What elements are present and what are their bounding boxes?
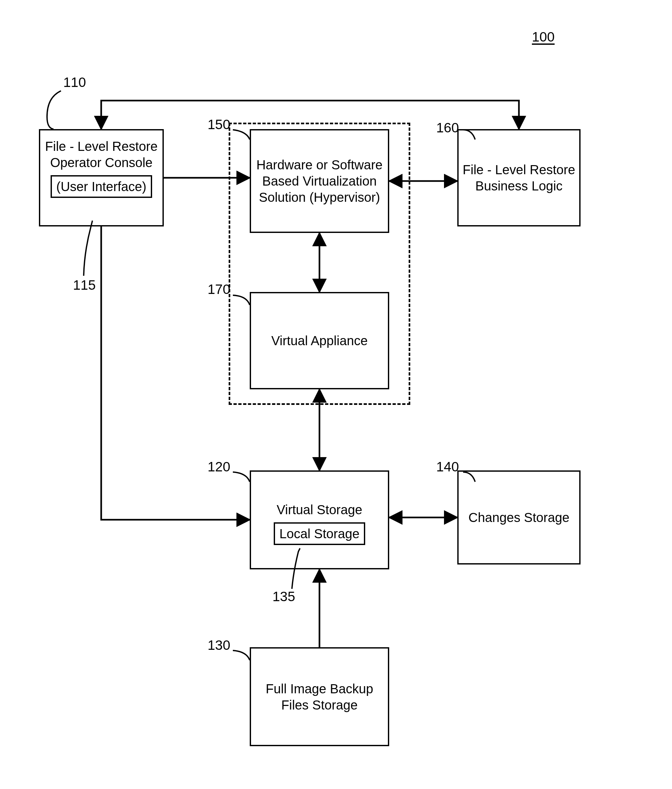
ref-label-135: 135: [273, 589, 295, 604]
box-virtual-appliance: Virtual Appliance: [250, 292, 389, 389]
diagram-stage: 100 File - Level Restore Operator Consol…: [0, 0, 672, 789]
box-backup-storage: Full Image Backup Files Storage: [250, 647, 389, 746]
ref-label-130: 130: [208, 637, 230, 653]
ref-label-160: 160: [436, 120, 459, 136]
box-business-logic-title: File - Level Restore Business Logic: [461, 161, 577, 194]
box-operator-console-title: File - Level Restore Operator Console: [43, 138, 160, 171]
box-local-storage-label: Local Storage: [279, 527, 360, 541]
box-hypervisor-title: Hardware or Software Based Virtualizatio…: [254, 157, 385, 205]
leader-110: [47, 91, 61, 129]
connector-console-virtualstorage: [101, 227, 250, 520]
box-virtual-storage: Virtual Storage Local Storage: [250, 470, 389, 569]
leader-130: [233, 650, 250, 660]
box-user-interface-label: (User Interface): [56, 179, 147, 194]
box-virtual-storage-title: Virtual Storage: [277, 502, 362, 518]
box-changes-storage: Changes Storage: [457, 470, 581, 564]
ref-label-150: 150: [208, 117, 230, 133]
box-operator-console: File - Level Restore Operator Console (U…: [39, 129, 164, 227]
figure-number: 100: [532, 29, 555, 45]
box-backup-storage-title: Full Image Backup Files Storage: [254, 680, 385, 713]
ref-label-120: 120: [208, 459, 230, 474]
ref-label-110: 110: [63, 75, 86, 90]
ref-label-170: 170: [208, 282, 230, 297]
box-hypervisor: Hardware or Software Based Virtualizatio…: [250, 129, 389, 233]
box-changes-storage-title: Changes Storage: [468, 509, 569, 525]
ref-label-115: 115: [73, 277, 96, 293]
ref-label-140: 140: [436, 459, 459, 474]
box-business-logic: File - Level Restore Business Logic: [457, 129, 581, 227]
box-virtual-appliance-title: Virtual Appliance: [271, 332, 367, 349]
leader-120: [233, 472, 250, 482]
box-local-storage: Local Storage: [274, 522, 366, 545]
box-user-interface: (User Interface): [51, 175, 152, 198]
leader-115: [84, 220, 93, 276]
